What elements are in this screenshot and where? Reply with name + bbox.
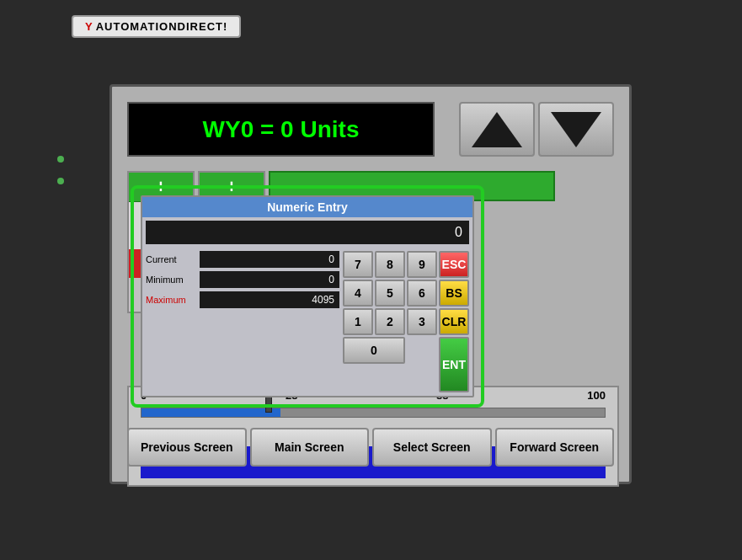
- indicator-dot-2: [57, 178, 64, 184]
- side-indicators: [57, 156, 64, 184]
- dialog-inner: Numeric Entry 0 Current 0 Minimum 0 Maxi…: [141, 195, 474, 397]
- numeric-entry-dialog: Numeric Entry 0 Current 0 Minimum 0 Maxi…: [131, 185, 484, 408]
- numpad-ent[interactable]: ENT: [439, 337, 469, 392]
- numpad-bs[interactable]: BS: [439, 280, 469, 307]
- arrow-buttons: [459, 102, 614, 157]
- arrow-up-button[interactable]: [459, 102, 535, 157]
- main-screen-button[interactable]: Main Screen: [250, 428, 370, 467]
- current-value: 0: [200, 251, 339, 268]
- minimum-label: Minimum: [146, 275, 196, 285]
- slider-track[interactable]: [141, 408, 606, 418]
- numpad-3[interactable]: 3: [407, 308, 437, 335]
- arrow-down-button[interactable]: [538, 102, 614, 157]
- numpad: 7 8 9 ESC 4 5 6 BS 1 2 3 CLR 0 ENT: [343, 251, 469, 392]
- select-screen-button[interactable]: Select Screen: [372, 428, 492, 467]
- maximum-value: 4095: [200, 291, 339, 308]
- minimum-value: 0: [200, 271, 339, 288]
- logo-text: AUTOMATIONDIRECT!: [96, 20, 228, 33]
- minimum-row: Minimum 0: [146, 271, 339, 288]
- previous-screen-button[interactable]: Previous Screen: [127, 428, 247, 467]
- logo-icon: Y: [85, 20, 93, 33]
- numpad-2[interactable]: 2: [375, 308, 405, 335]
- maximum-row: Maximum 4095: [146, 291, 339, 308]
- slider-fill: [141, 408, 280, 417]
- numpad-5[interactable]: 5: [375, 280, 405, 307]
- display-header: WY0 = 0 Units: [127, 102, 435, 157]
- numpad-esc[interactable]: ESC: [439, 251, 469, 278]
- display-text: WY0 = 0 Units: [203, 116, 360, 143]
- numpad-4[interactable]: 4: [343, 280, 373, 307]
- bottom-navigation: Previous Screen Main Screen Select Scree…: [127, 428, 614, 467]
- numpad-6[interactable]: 6: [407, 280, 437, 307]
- numpad-7[interactable]: 7: [343, 251, 373, 278]
- dialog-info: Current 0 Minimum 0 Maximum 4095: [146, 251, 339, 392]
- dialog-body: Current 0 Minimum 0 Maximum 4095 7 8: [142, 248, 472, 396]
- arrow-down-icon: [551, 112, 601, 147]
- forward-screen-button[interactable]: Forward Screen: [495, 428, 615, 467]
- slider-max-label: 100: [587, 389, 606, 402]
- dialog-border: Numeric Entry 0 Current 0 Minimum 0 Maxi…: [131, 185, 484, 408]
- current-row: Current 0: [146, 251, 339, 268]
- arrow-up-icon: [472, 112, 522, 147]
- numpad-clr[interactable]: CLR: [439, 308, 469, 335]
- numpad-8[interactable]: 8: [375, 251, 405, 278]
- numpad-0[interactable]: 0: [343, 337, 405, 364]
- maximum-label: Maximum: [146, 295, 196, 305]
- dialog-title: Numeric Entry: [142, 197, 472, 217]
- numpad-9[interactable]: 9: [407, 251, 437, 278]
- numpad-1[interactable]: 1: [343, 308, 373, 335]
- dialog-entry-display: 0: [146, 221, 469, 244]
- header-bar: Y AUTOMATIONDIRECT!: [72, 15, 241, 38]
- current-label: Current: [146, 254, 196, 264]
- indicator-dot-1: [57, 156, 64, 163]
